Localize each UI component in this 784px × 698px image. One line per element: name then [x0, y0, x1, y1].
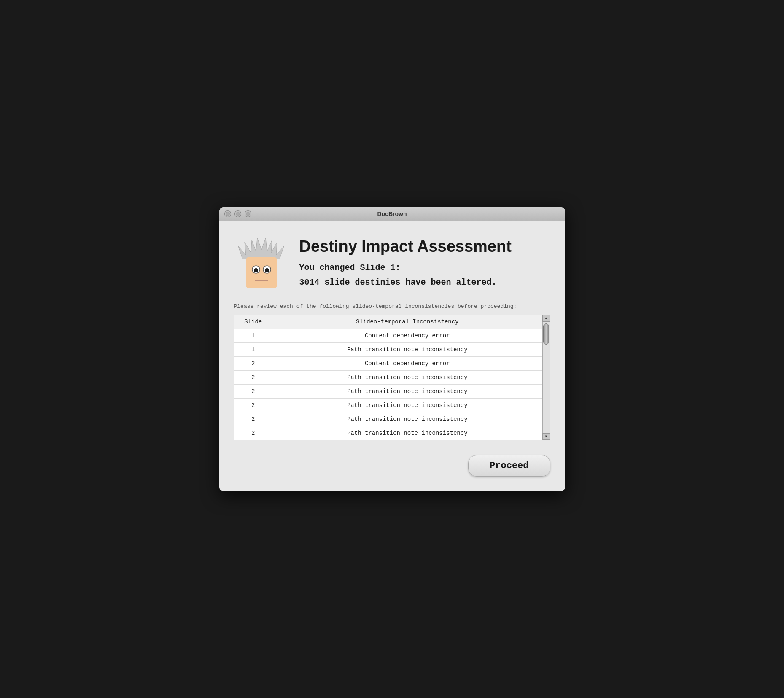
slide-number-cell: 1: [234, 342, 272, 356]
header-section: Destiny Impact Assessment You changed Sl…: [234, 234, 550, 293]
slide-number-cell: 2: [234, 356, 272, 370]
header-text: Destiny Impact Assessment You changed Sl…: [299, 234, 550, 288]
destinies-text: 3014 slide destinies have been altered.: [299, 278, 550, 287]
maximize-button[interactable]: [245, 210, 251, 217]
slide-number-cell: 2: [234, 384, 272, 398]
table-scroll-area[interactable]: Slide Slideo-temporal Inconsistency 1Con…: [234, 315, 542, 440]
inconsistency-cell: Content dependency error: [272, 329, 542, 342]
table-row: 2Content dependency error: [234, 356, 542, 370]
scroll-thumb[interactable]: [543, 323, 549, 345]
svg-point-7: [254, 268, 258, 272]
inconsistency-cell: Path transition note inconsistency: [272, 398, 542, 412]
svg-marker-3: [238, 238, 284, 259]
inconsistency-cell: Path transition note inconsistency: [272, 426, 542, 440]
table-header-row: Slide Slideo-temporal Inconsistency: [234, 315, 542, 329]
inconsistency-table-container: Slide Slideo-temporal Inconsistency 1Con…: [234, 315, 550, 440]
table-row: 1Path transition note inconsistency: [234, 342, 542, 356]
scroll-down-arrow[interactable]: ▼: [542, 433, 550, 440]
proceed-button[interactable]: Proceed: [468, 455, 550, 477]
inconsistency-cell: Path transition note inconsistency: [272, 384, 542, 398]
window-title: DocBrown: [377, 210, 407, 217]
slide-number-cell: 2: [234, 370, 272, 384]
slide-number-cell: 2: [234, 412, 272, 426]
scroll-up-arrow[interactable]: ▲: [542, 315, 550, 322]
close-button[interactable]: [224, 210, 231, 217]
table-row: 2Path transition note inconsistency: [234, 384, 542, 398]
minimize-button[interactable]: [234, 210, 241, 217]
table-row: 2Path transition note inconsistency: [234, 398, 542, 412]
main-title: Destiny Impact Assessment: [299, 238, 550, 256]
title-bar: DocBrown: [219, 207, 565, 221]
inconsistency-table: Slide Slideo-temporal Inconsistency 1Con…: [234, 315, 542, 440]
svg-point-1: [236, 212, 240, 216]
window-content: Destiny Impact Assessment You changed Sl…: [219, 221, 565, 491]
slide-number-cell: 2: [234, 426, 272, 440]
table-row: 2Path transition note inconsistency: [234, 412, 542, 426]
table-row: 2Path transition note inconsistency: [234, 426, 542, 440]
window-controls: [224, 210, 251, 217]
table-row: 2Path transition note inconsistency: [234, 370, 542, 384]
table-row: 1Content dependency error: [234, 329, 542, 342]
slide-number-cell: 2: [234, 398, 272, 412]
svg-point-2: [246, 212, 250, 216]
scroll-track[interactable]: [543, 322, 550, 433]
instruction-text: Please review each of the following slid…: [234, 303, 550, 310]
inconsistency-cell: Path transition note inconsistency: [272, 342, 542, 356]
avatar: [234, 234, 289, 293]
svg-point-0: [226, 212, 229, 216]
subtitle: You changed Slide 1:: [299, 263, 550, 272]
svg-point-8: [265, 268, 269, 272]
slide-number-cell: 1: [234, 329, 272, 342]
column-header-slide: Slide: [234, 315, 272, 329]
inconsistency-cell: Path transition note inconsistency: [272, 370, 542, 384]
inconsistency-cell: Content dependency error: [272, 356, 542, 370]
inconsistency-cell: Path transition note inconsistency: [272, 412, 542, 426]
svg-rect-4: [246, 257, 277, 288]
scrollbar[interactable]: ▲ ▼: [542, 315, 550, 440]
app-window: DocBrown: [219, 207, 565, 491]
footer: Proceed: [234, 453, 550, 477]
column-header-inconsistency: Slideo-temporal Inconsistency: [272, 315, 542, 329]
